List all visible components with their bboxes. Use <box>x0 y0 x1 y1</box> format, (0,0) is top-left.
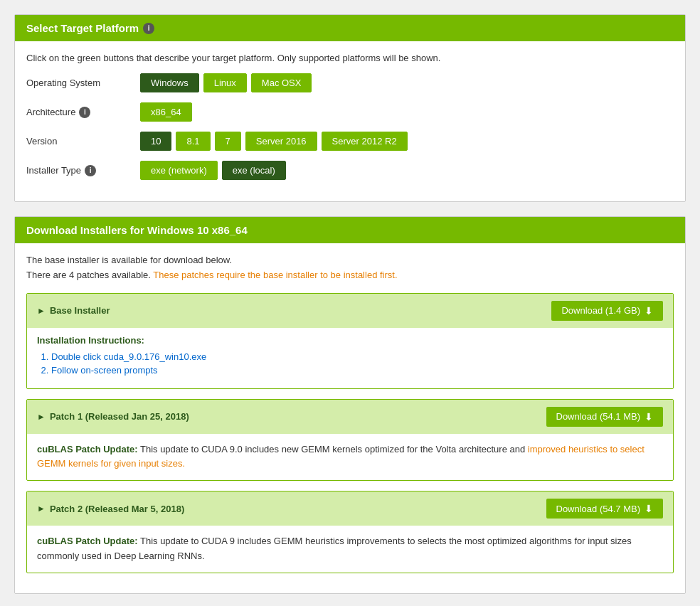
os-btn-group: Windows Linux Mac OSX <box>140 73 312 92</box>
os-btn-linux[interactable]: Linux <box>203 73 247 92</box>
platform-description: Click on the green buttons that describe… <box>26 53 674 63</box>
patch2-arrow-icon: ► <box>37 504 46 514</box>
version-btn-server2012[interactable]: Server 2012 R2 <box>322 132 408 151</box>
patch2-body: cuBLAS Patch Update: This update to CUDA… <box>27 526 673 573</box>
patches-count-text: There are 4 patches available. <box>26 270 151 280</box>
installer-btn-network[interactable]: exe (network) <box>140 161 218 180</box>
patch2-download-icon: ⬇ <box>645 503 653 514</box>
os-row: Operating System Windows Linux Mac OSX <box>26 73 674 92</box>
base-download-label: Download (1.4 GB) <box>561 305 640 316</box>
download-line1: The base installer is available for down… <box>26 253 674 268</box>
os-label: Operating System <box>26 78 140 88</box>
patch2-title: ► Patch 2 (Released Mar 5, 2018) <box>37 504 184 514</box>
patch2-block: ► Patch 2 (Released Mar 5, 2018) Downloa… <box>26 491 674 573</box>
patch1-label: cuBLAS Patch Update: <box>37 444 138 455</box>
download-info: The base installer is available for down… <box>26 253 674 283</box>
patch1-block: ► Patch 1 (Released Jan 25, 2018) Downlo… <box>26 399 674 482</box>
arch-row: Architecture i x86_64 <box>26 102 674 122</box>
instruction-step-1: Double click cuda_9.0.176_win10.exe <box>51 351 663 362</box>
installer-label: Installer Type i <box>26 165 140 176</box>
version-btn-10[interactable]: 10 <box>140 132 171 151</box>
download-title: Download Installers for Windows 10 x86_6… <box>26 224 248 236</box>
arch-btn-group: x86_64 <box>140 102 192 122</box>
patch1-download-label: Download (54.1 MB) <box>556 411 641 422</box>
base-installer-block: ► Base Installer Download (1.4 GB) ⬇ Ins… <box>26 293 674 389</box>
patch1-download-button[interactable]: Download (54.1 MB) ⬇ <box>546 407 664 427</box>
patch1-download-icon: ⬇ <box>645 411 653 422</box>
select-platform-header: Select Target Platform i <box>15 15 685 41</box>
download-line2: There are 4 patches available. These pat… <box>26 268 674 283</box>
select-platform-body: Click on the green buttons that describe… <box>15 41 685 201</box>
download-card: Download Installers for Windows 10 x86_6… <box>14 216 686 594</box>
installer-btn-local[interactable]: exe (local) <box>222 161 286 180</box>
base-download-icon: ⬇ <box>645 305 653 317</box>
select-platform-title: Select Target Platform <box>26 22 139 34</box>
patch2-download-label: Download (54.7 MB) <box>556 504 641 514</box>
patch2-download-button[interactable]: Download (54.7 MB) ⬇ <box>546 499 664 519</box>
version-label: Version <box>26 136 140 147</box>
version-btn-81[interactable]: 8.1 <box>176 132 210 151</box>
patch1-arrow-icon: ► <box>37 412 46 422</box>
arch-btn-x86[interactable]: x86_64 <box>140 102 192 122</box>
patch1-body: cuBLAS Patch Update: This update to CUDA… <box>27 434 673 481</box>
version-btn-group: 10 8.1 7 Server 2016 Server 2012 R2 <box>140 132 408 151</box>
select-platform-card: Select Target Platform i Click on the gr… <box>14 14 686 202</box>
patches-warning: These patches require the base installer… <box>153 270 397 280</box>
download-header: Download Installers for Windows 10 x86_6… <box>15 217 685 243</box>
base-installer-title: ► Base Installer <box>37 305 110 316</box>
arch-label: Architecture i <box>26 107 140 118</box>
platform-info-icon[interactable]: i <box>143 23 154 34</box>
instruction-step-2: Follow on-screen prompts <box>51 365 663 376</box>
installer-info-icon[interactable]: i <box>85 165 96 176</box>
download-body: The base installer is available for down… <box>15 243 685 593</box>
os-btn-macosx[interactable]: Mac OSX <box>251 73 312 92</box>
patch1-header: ► Patch 1 (Released Jan 25, 2018) Downlo… <box>27 400 673 434</box>
version-btn-7[interactable]: 7 <box>215 132 241 151</box>
installer-row: Installer Type i exe (network) exe (loca… <box>26 161 674 180</box>
arch-info-icon[interactable]: i <box>79 107 90 118</box>
version-btn-server2016[interactable]: Server 2016 <box>245 132 317 151</box>
os-btn-windows[interactable]: Windows <box>140 73 199 92</box>
instructions-list: Double click cuda_9.0.176_win10.exe Foll… <box>51 351 663 376</box>
patch2-header: ► Patch 2 (Released Mar 5, 2018) Downloa… <box>27 491 673 526</box>
base-instructions: Installation Instructions: Double click … <box>27 328 673 388</box>
base-installer-header: ► Base Installer Download (1.4 GB) ⬇ <box>27 294 673 328</box>
version-row: Version 10 8.1 7 Server 2016 Server 2012… <box>26 132 674 151</box>
base-download-button[interactable]: Download (1.4 GB) ⬇ <box>551 301 663 321</box>
base-arrow-icon: ► <box>37 306 46 316</box>
instructions-label: Installation Instructions: <box>37 335 663 346</box>
patch1-text: This update to CUDA 9.0 includes new GEM… <box>140 444 528 455</box>
installer-btn-group: exe (network) exe (local) <box>140 161 286 180</box>
patch1-title: ► Patch 1 (Released Jan 25, 2018) <box>37 411 189 422</box>
patch2-label: cuBLAS Patch Update: <box>37 536 138 546</box>
